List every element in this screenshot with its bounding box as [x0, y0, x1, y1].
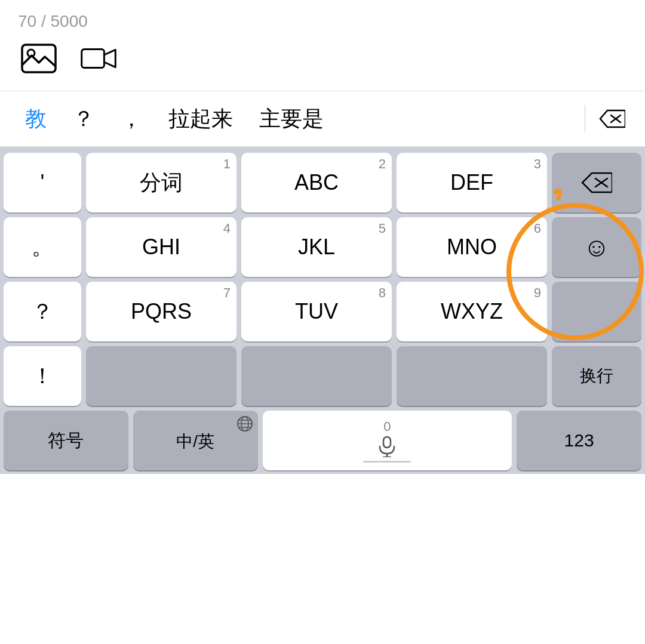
svg-rect-2	[82, 50, 105, 68]
mic-icon	[377, 436, 397, 457]
keyboard-row-1: ' 1 分词 2 ABC 3 DEF	[4, 153, 641, 212]
key-blank-3	[552, 282, 641, 341]
keyboard-row-2: 。 4 GHI 5 JKL 6 MNO ☺	[4, 217, 641, 277]
space-content: 0	[363, 419, 411, 463]
keyboard-row-3: ？ 7 PQRS 8 TUV 9 WXYZ	[4, 282, 641, 341]
key-blank-4c	[397, 346, 547, 406]
key-blank-4a	[86, 346, 236, 406]
key-period[interactable]: 。	[4, 217, 81, 277]
suggestion-item-1[interactable]: ？	[60, 104, 108, 134]
num123-label: 123	[564, 430, 594, 451]
char-count: 70 / 5000	[18, 12, 627, 31]
space-button[interactable]: 0	[263, 411, 512, 470]
suggestion-divider	[585, 105, 585, 133]
key-fenci[interactable]: 1 分词	[86, 153, 236, 212]
num123-button[interactable]: 123	[517, 411, 641, 470]
delete-icon	[599, 108, 625, 130]
key-mno[interactable]: 6 MNO	[397, 217, 547, 277]
lang-label: 中/英	[176, 430, 214, 453]
suggestion-bar: 教 ？ ， 拉起来 主要是	[0, 91, 645, 147]
svg-rect-12	[383, 437, 391, 448]
key-question[interactable]: ？	[4, 282, 81, 341]
lang-button[interactable]: 中/英	[133, 411, 258, 470]
video-button[interactable]	[78, 42, 119, 75]
emoji-icon: ☺	[583, 234, 610, 260]
top-area: 70 / 5000	[0, 0, 645, 91]
svg-rect-0	[22, 45, 56, 72]
keyboard: ' 1 分词 2 ABC 3 DEF 。 4 GHI	[0, 147, 645, 474]
suggestion-item-3[interactable]: 拉起来	[155, 104, 246, 134]
suggestion-item-0[interactable]: 教	[12, 104, 60, 134]
globe-icon	[236, 415, 253, 432]
suggestion-delete-button[interactable]	[591, 102, 633, 135]
enter-label: 换行	[580, 367, 613, 386]
media-icons	[18, 42, 627, 85]
keyboard-bottom-row: 符号 中/英 0	[4, 411, 641, 470]
key-def[interactable]: 3 DEF	[397, 153, 547, 212]
suggestion-item-2[interactable]: ，	[108, 104, 155, 134]
enter-button[interactable]: 换行	[552, 346, 641, 406]
backspace-button[interactable]	[552, 153, 641, 212]
key-jkl[interactable]: 5 JKL	[241, 217, 392, 277]
key-blank-4b	[241, 346, 392, 406]
backspace-icon	[581, 171, 612, 195]
key-ghi[interactable]: 4 GHI	[86, 217, 236, 277]
key-apostrophe[interactable]: '	[4, 153, 81, 212]
keyboard-row-4: ！ 换行	[4, 346, 641, 406]
key-pqrs[interactable]: 7 PQRS	[86, 282, 236, 341]
symbol-button[interactable]: 符号	[4, 411, 128, 470]
image-button[interactable]	[18, 42, 60, 75]
key-tuv[interactable]: 8 TUV	[241, 282, 392, 341]
key-wxyz[interactable]: 9 WXYZ	[397, 282, 547, 341]
symbol-label: 符号	[48, 429, 84, 453]
emoji-button[interactable]: ☺	[552, 217, 641, 277]
key-abc[interactable]: 2 ABC	[241, 153, 392, 212]
image-icon	[21, 44, 57, 73]
key-exclaim[interactable]: ！	[4, 346, 81, 406]
video-icon	[81, 44, 116, 73]
suggestion-item-4[interactable]: 主要是	[246, 104, 337, 134]
